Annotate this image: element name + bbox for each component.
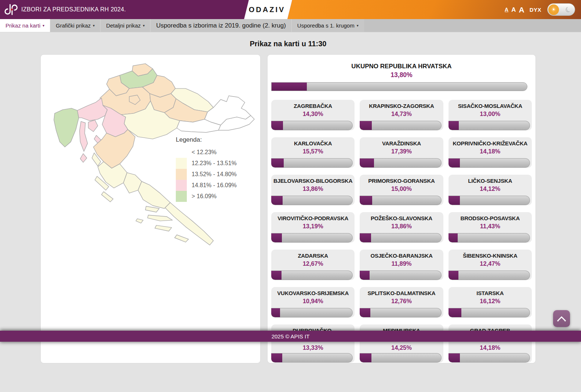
county-progress-bar [360,233,441,243]
county-card-krapinsko: KRAPINSKO-ZAGORSKA14,73% [360,100,443,130]
county-value: 10,94% [271,298,355,305]
county-card-varazdinska: VARAŽDINSKA17,39% [360,137,443,168]
map-island-kornati[interactable] [101,192,113,202]
county-card-dubrovacko: DUBROVAČKO-NERETVANSKA13,33% [271,324,355,363]
county-progress-fill [360,233,371,242]
county-progress-bar [271,233,353,243]
county-progress-bar [271,196,353,205]
tab-label: Grafički prikaz [56,22,91,29]
map-island-vis[interactable] [136,219,143,223]
map-region-splitsko[interactable] [138,181,170,208]
legend-swatch [176,169,187,180]
county-value: 13,19% [271,223,355,230]
county-card-sibensko: ŠIBENSKO-KNINSKA12,47% [449,250,532,280]
county-progress-bar [449,121,530,130]
county-card-gradzagreb: GRAD ZAGREB14,18% [449,324,532,363]
county-card-licko: LIČKO-SENJSKA14,12% [449,175,532,205]
sun-icon: ☀ [548,4,559,15]
tab-graficki-prikaz[interactable]: Grafički prikaz▾ [50,19,100,32]
map-island-mljet[interactable] [175,235,189,242]
county-card-sisacko: SISAČKO-MOSLAVAČKA13,00% [449,100,532,130]
croatia-map [41,55,260,363]
moon-icon: ☾ [564,4,573,15]
county-value: 14,30% [271,110,355,117]
county-card-zagrebacka: ZAGREBAČKA14,30% [271,100,355,130]
map-island-losinj[interactable] [80,154,87,163]
county-name: VUKOVARSKO-SRIJEMSKA [271,290,355,297]
county-progress-fill [449,308,462,317]
county-card-osjecko: OSJEČKO-BARANJSKA11,89% [360,250,443,280]
county-value: 14,12% [449,185,532,192]
county-progress-bar [449,271,530,280]
county-progress-bar [360,158,441,168]
map-island-krk[interactable] [88,120,98,132]
county-card-primorsko: PRIMORSKO-GORANSKA15,00% [360,175,443,205]
tab-prikaz-na-karti[interactable]: Prikaz na karti▾ [0,19,50,32]
county-card-medjimurska: MEĐIMURSKA14,25% [360,324,443,363]
font-size-small-button[interactable]: A [505,7,508,12]
tab-usporedba-1-krug[interactable]: Usporedba s 1. krugom▾ [291,19,364,32]
county-name: BJELOVARSKO-BILOGORSKA [271,178,355,185]
county-progress-bar [449,308,530,317]
tab-label: Prikaz na karti [6,22,40,29]
map-region-istarska[interactable] [54,108,79,147]
county-progress-fill [360,308,370,317]
county-progress-bar [449,158,530,168]
theme-toggle[interactable]: ☀ ☾ [547,3,575,16]
page-title: Prikaz na karti u 11:30 [0,40,576,48]
county-value: 16,12% [449,298,532,305]
map-island-hvar[interactable] [148,215,173,221]
county-progress-bar [360,353,441,363]
font-size-medium-button[interactable]: A [511,7,516,13]
county-name: KOPRIVNIČKO-KRIŽEVAČKA [449,140,532,147]
county-progress-fill [449,121,459,130]
header-controls: A A A DYX ☀ ☾ [505,0,575,19]
legend-label: < 12.23% [187,149,217,156]
county-name: OSJEČKO-BARANJSKA [360,253,443,259]
chevron-down-icon: ▾ [143,23,145,28]
legend-item: 14.81% - 16.09% [176,180,255,191]
county-value: 17,39% [360,148,443,155]
summary-value: 13,80% [271,71,532,79]
county-progress-bar [449,233,530,243]
county-card-zadarska: ZADARSKA12,67% [271,250,355,280]
county-progress-fill [271,353,282,362]
county-value: 12,76% [360,298,443,305]
county-progress-fill [449,271,459,280]
county-progress-bar [271,271,353,280]
county-progress-bar [360,121,441,130]
county-progress-bar [449,196,530,205]
county-value: 13,33% [271,344,355,351]
county-progress-fill [271,308,280,317]
county-progress-fill [360,196,372,205]
dip-logo-icon [4,3,19,16]
county-progress-bar [271,158,353,168]
footer-bar: 2025 © APIS IT [0,331,581,342]
font-size-large-button[interactable]: A [519,6,524,14]
county-progress-bar [271,121,353,130]
summary-name: UKUPNO REPUBLIKA HRVATSKA [271,60,532,70]
county-progress-bar [271,308,353,317]
map-legend: Legenda: < 12.23%12.23% - 13.51%13.52% -… [176,136,255,202]
scroll-to-top-button[interactable] [553,310,570,327]
county-value: 14,18% [449,148,532,155]
county-card-brodsko: BRODSKO-POSAVSKA11,43% [449,212,532,243]
county-value: 13,86% [360,223,443,230]
tab-bar: Prikaz na karti▾Grafički prikaz▾Detaljni… [0,19,581,32]
county-progress-fill [271,196,283,205]
county-progress-fill [271,121,283,130]
chevron-up-icon [556,315,567,323]
tab-usporedba-2019[interactable]: Usporedba s izborima iz 2019. godine (2.… [150,19,291,32]
legend-swatch [176,147,187,158]
tab-label: Usporedba s izborima iz 2019. godine (2.… [156,22,286,29]
legend-label: 13.52% - 14.80% [187,171,237,178]
map-island-cres[interactable] [80,121,88,152]
map-region-dubrovacko[interactable] [165,203,214,245]
county-card-pozesko: POŽEŠKO-SLAVONSKA13,86% [360,212,443,243]
map-island-brac[interactable] [145,206,159,212]
map-island-korcula[interactable] [155,225,172,231]
dyslexia-font-button[interactable]: DYX [530,7,541,13]
county-name: ISTARSKA [449,290,532,297]
legend-swatch [176,180,187,191]
tab-detaljni-prikaz[interactable]: Detaljni prikaz▾ [100,19,150,32]
